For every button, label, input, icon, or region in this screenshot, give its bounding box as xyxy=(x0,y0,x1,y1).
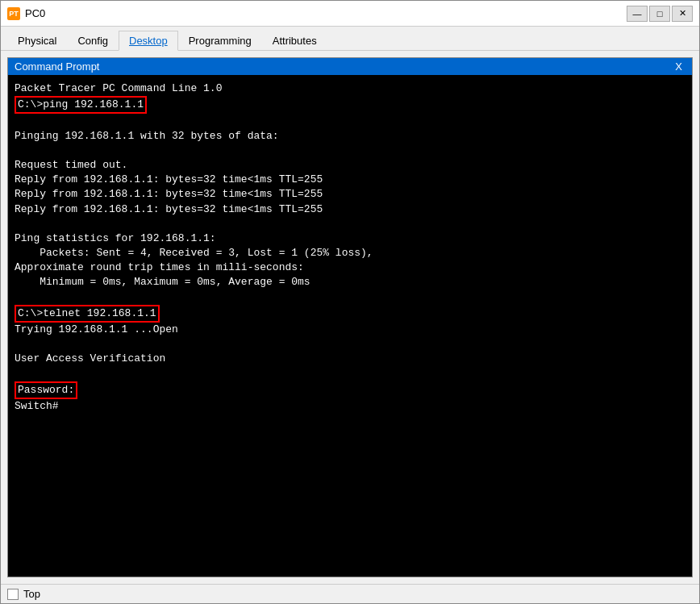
close-button[interactable]: ✕ xyxy=(672,6,693,22)
cmd-line-12: Approximate round trip times in milli-se… xyxy=(15,260,685,275)
cmd-line-15: C:\>telnet 192.168.1.1 xyxy=(15,305,685,323)
cmd-close-button[interactable]: X xyxy=(672,60,685,73)
maximize-button[interactable]: □ xyxy=(649,6,670,22)
title-bar-left: PT PC0 xyxy=(7,7,45,20)
cmd-line-0: Packet Tracer PC Command Line 1.0 xyxy=(15,81,685,96)
bottom-bar: Top xyxy=(1,584,699,603)
app-icon: PT xyxy=(7,7,20,20)
top-label: Top xyxy=(23,588,40,600)
main-window: PT PC0 — □ ✕ Physical Config Desktop Pro… xyxy=(0,0,700,604)
cmd-line-5: Request timed out. xyxy=(15,158,685,173)
cmd-line-16: Trying 192.168.1.1 ...Open xyxy=(15,323,685,337)
tab-bar: Physical Config Desktop Programming Attr… xyxy=(1,27,699,51)
cmd-line-4 xyxy=(15,144,685,158)
cmd-line-9 xyxy=(15,217,685,231)
cmd-line-3: Pinging 192.168.1.1 with 32 bytes of dat… xyxy=(15,129,685,144)
cmd-line-2 xyxy=(15,114,685,128)
title-bar-controls: — □ ✕ xyxy=(627,6,693,22)
minimize-button[interactable]: — xyxy=(627,6,648,22)
cmd-line-17 xyxy=(15,337,685,352)
main-content: Command Prompt X Packet Tracer PC Comman… xyxy=(1,51,699,584)
tab-desktop[interactable]: Desktop xyxy=(119,31,178,51)
cmd-line-18: User Access Verification xyxy=(15,352,685,366)
cmd-line-13: Minimum = 0ms, Maximum = 0ms, Average = … xyxy=(15,275,685,290)
cmd-line-6: Reply from 192.168.1.1: bytes=32 time<1m… xyxy=(15,173,685,187)
cmd-title-label: Command Prompt xyxy=(15,60,99,73)
cmd-line-20: Password: xyxy=(15,381,685,399)
cmd-line-10: Ping statistics for 192.168.1.1: xyxy=(15,231,685,246)
cmd-line-19 xyxy=(15,367,685,381)
cmd-body[interactable]: Packet Tracer PC Command Line 1.0 C:\>pi… xyxy=(8,75,692,577)
cmd-line-11: Packets: Sent = 4, Received = 3, Lost = … xyxy=(15,246,685,260)
cmd-line-7: Reply from 192.168.1.1: bytes=32 time<1m… xyxy=(15,187,685,202)
command-prompt-window: Command Prompt X Packet Tracer PC Comman… xyxy=(7,57,693,577)
top-checkbox[interactable] xyxy=(7,589,19,600)
tab-config[interactable]: Config xyxy=(67,31,119,51)
cmd-line-8: Reply from 192.168.1.1: bytes=32 time<1m… xyxy=(15,202,685,217)
cmd-line-21: Switch# xyxy=(15,399,685,414)
cmd-line-14 xyxy=(15,290,685,305)
cmd-line-1: C:\>ping 192.168.1.1 xyxy=(15,96,685,114)
tab-attributes[interactable]: Attributes xyxy=(262,31,327,51)
window-title: PC0 xyxy=(25,7,45,19)
tab-programming[interactable]: Programming xyxy=(178,31,262,51)
title-bar: PT PC0 — □ ✕ xyxy=(1,1,699,27)
tab-physical[interactable]: Physical xyxy=(7,31,67,51)
cmd-title-bar: Command Prompt X xyxy=(8,58,692,75)
